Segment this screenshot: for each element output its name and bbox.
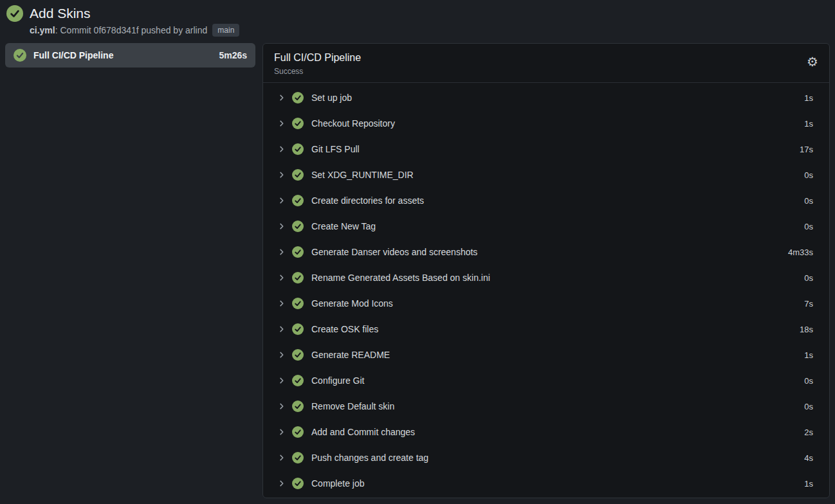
step-success-check-icon [292,118,304,129]
step-row[interactable]: Create directories for assets 0s [263,188,829,213]
commit-message: ci.yml: Commit 0f678d341f pushed by arli… [30,25,207,35]
step-row[interactable]: Configure Git 0s [263,368,829,393]
job-panel-header-text: Full CI/CD Pipeline Success [274,51,361,76]
chevron-right-icon[interactable] [278,274,286,282]
step-name: Create directories for assets [311,195,424,206]
chevron-right-icon[interactable] [278,94,286,102]
step-name: Set up job [311,93,352,103]
step-row[interactable]: Generate Danser videos and screenshots 4… [263,239,829,265]
chevron-right-icon[interactable] [278,428,286,436]
step-row[interactable]: Create New Tag 0s [263,213,829,239]
step-duration: 1s [804,93,813,103]
chevron-right-icon[interactable] [278,171,286,179]
workflow-file-name: ci.yml [30,25,55,35]
commit-text: : Commit 0f678d341f pushed by arlind [55,25,208,35]
step-name: Set XDG_RUNTIME_DIR [311,170,414,180]
step-row[interactable]: Rename Generated Assets Based on skin.in… [263,265,829,291]
step-success-check-icon [292,375,304,386]
step-name: Push changes and create tag [311,453,428,463]
step-duration: 0s [804,196,813,206]
step-row[interactable]: Generate Mod Icons 7s [263,291,829,316]
step-success-check-icon [292,298,304,309]
success-check-icon [6,5,23,22]
step-duration: 0s [804,170,813,180]
step-duration: 0s [804,402,813,411]
step-duration: 7s [804,299,813,309]
step-row[interactable]: Checkout Repository 1s [263,111,829,136]
chevron-right-icon[interactable] [278,145,286,153]
job-status-text: Success [274,67,361,76]
step-name: Generate README [311,350,390,360]
chevron-right-icon[interactable] [278,197,286,204]
step-success-check-icon [292,246,304,258]
step-duration: 4s [804,453,813,463]
chevron-right-icon[interactable] [278,222,286,230]
step-success-check-icon [292,426,304,438]
step-duration: 1s [804,479,813,489]
step-name: Checkout Repository [311,118,395,129]
chevron-right-icon[interactable] [278,325,286,333]
step-success-check-icon [292,195,304,206]
step-success-check-icon [292,272,304,284]
step-duration: 1s [804,119,813,129]
chevron-right-icon[interactable] [278,120,286,127]
step-success-check-icon [292,169,304,181]
step-success-check-icon [292,478,304,489]
job-panel-header: Full CI/CD Pipeline Success ⚙ [263,44,829,83]
branch-badge[interactable]: main [212,24,239,37]
chevron-right-icon[interactable] [278,480,286,487]
step-success-check-icon [292,349,304,361]
step-success-check-icon [292,452,304,464]
run-subtitle: ci.yml: Commit 0f678d341f pushed by arli… [30,24,239,37]
step-success-check-icon [292,143,304,155]
step-success-check-icon [292,401,304,412]
chevron-right-icon[interactable] [278,351,286,359]
step-name: Add and Commit changes [311,427,415,437]
step-name: Generate Mod Icons [311,298,393,309]
steps-list: Set up job 1s Checkout Repository 1s [263,83,829,498]
step-name: Remove Default skin [311,401,394,411]
job-panel-title: Full CI/CD Pipeline [274,51,361,64]
step-duration: 18s [800,325,813,334]
step-row[interactable]: Push changes and create tag 4s [263,445,829,471]
job-duration: 5m26s [219,50,247,60]
step-row[interactable]: Remove Default skin 0s [263,393,829,419]
step-name: Create OSK files [311,324,378,334]
main-area: Full CI/CD Pipeline 5m26s Full CI/CD Pip… [0,40,835,498]
step-name: Configure Git [311,375,364,386]
step-duration: 2s [804,428,813,437]
run-header: Add Skins ci.yml: Commit 0f678d341f push… [0,0,835,40]
step-duration: 1s [804,350,813,360]
step-success-check-icon [292,92,304,104]
step-success-check-icon [292,221,304,232]
chevron-right-icon[interactable] [278,300,286,307]
chevron-right-icon[interactable] [278,454,286,462]
step-name: Create New Tag [311,221,376,231]
step-row[interactable]: Add and Commit changes 2s [263,419,829,445]
step-row[interactable]: Create OSK files 18s [263,316,829,342]
step-row[interactable]: Set XDG_RUNTIME_DIR 0s [263,162,829,188]
step-duration: 17s [800,145,813,154]
step-duration: 4m33s [788,248,813,257]
job-name: Full CI/CD Pipeline [33,50,113,60]
gear-icon[interactable]: ⚙ [807,55,818,68]
step-name: Rename Generated Assets Based on skin.in… [311,273,490,283]
step-name: Git LFS Pull [311,144,360,154]
step-row[interactable]: Git LFS Pull 17s [263,136,829,162]
sidebar-job-item[interactable]: Full CI/CD Pipeline 5m26s [5,43,255,68]
chevron-right-icon[interactable] [278,402,286,410]
job-success-check-icon [14,49,26,62]
job-detail-panel: Full CI/CD Pipeline Success ⚙ Set [262,43,830,498]
step-row[interactable]: Generate README 1s [263,342,829,368]
step-success-check-icon [292,323,304,335]
step-row[interactable]: Complete job 1s [263,471,829,496]
chevron-right-icon[interactable] [278,248,286,256]
step-row[interactable]: Set up job 1s [263,85,829,111]
chevron-right-icon[interactable] [278,377,286,384]
step-name: Complete job [311,478,365,489]
step-duration: 0s [804,222,813,231]
step-duration: 0s [804,376,813,386]
run-header-text: Add Skins ci.yml: Commit 0f678d341f push… [30,5,239,37]
jobs-sidebar: Full CI/CD Pipeline 5m26s [5,43,255,68]
run-title: Add Skins [30,5,239,22]
